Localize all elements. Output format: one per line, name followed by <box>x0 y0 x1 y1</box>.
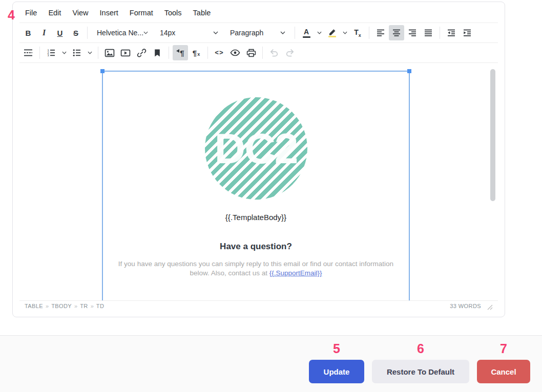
ltr-button[interactable]: ¶ <box>173 45 188 60</box>
printer-icon <box>246 49 256 57</box>
element-path-tr[interactable]: TR <box>80 303 88 309</box>
cancel-button[interactable]: Cancel <box>477 360 530 383</box>
outdent-icon <box>447 29 456 37</box>
page-break-icon <box>23 49 33 57</box>
template-body-token: {{.TemplateBody}} <box>103 213 409 222</box>
image-icon <box>105 49 115 57</box>
restore-default-button[interactable]: Restore To Default <box>372 360 469 383</box>
menu-file[interactable]: File <box>20 7 41 19</box>
path-separator: » <box>46 303 49 309</box>
element-path-table[interactable]: TABLE <box>25 303 43 309</box>
menu-format[interactable]: Format <box>125 7 158 19</box>
rtl-icon: ¶ x <box>193 49 200 57</box>
support-email-link[interactable]: {{.SupportEmail}} <box>269 269 322 277</box>
source-code-button[interactable]: <> <box>212 45 227 60</box>
path-separator: » <box>74 303 77 309</box>
clear-formatting-icon: Tx <box>354 28 361 38</box>
update-button[interactable]: Update <box>309 360 364 383</box>
annotation-step-7: 7 <box>500 342 507 355</box>
menu-view[interactable]: View <box>68 7 93 19</box>
font-size-select[interactable]: 14px <box>155 25 223 40</box>
undo-icon <box>269 49 279 57</box>
clear-formatting-button[interactable]: Tx <box>350 25 365 40</box>
insert-media-button[interactable] <box>118 45 133 60</box>
bold-button[interactable]: B <box>20 25 36 40</box>
highlight-color-button[interactable] <box>324 25 340 40</box>
editor-menubar: File Edit View Insert Format Tools Table <box>19 5 498 23</box>
bullet-list-menu-button[interactable] <box>85 45 94 60</box>
element-path-td[interactable]: TD <box>96 303 104 309</box>
editor-statusbar: TABLE » TBODY » TR » TD 33 WORDS <box>19 300 498 310</box>
toolbar-divider <box>262 47 263 59</box>
font-family-value: Helvetica Ne... <box>97 29 143 37</box>
italic-button[interactable]: I <box>36 25 52 40</box>
text-color-button[interactable]: A <box>299 25 314 40</box>
align-justify-icon <box>424 29 433 37</box>
restore-group: 6 Restore To Default <box>372 342 469 383</box>
redo-button[interactable] <box>282 45 298 60</box>
dc2-logo-image[interactable]: DC2 <box>205 97 307 200</box>
toolbar-row-1: B I U S Helvetica Ne... 14px Paragraph A <box>19 23 498 43</box>
scrollbar-thumb[interactable] <box>490 69 495 201</box>
align-left-icon <box>376 29 385 37</box>
word-count[interactable]: 33 WORDS <box>450 303 481 309</box>
editor-panel: File Edit View Insert Format Tools Table… <box>12 2 505 317</box>
bullet-list-button[interactable] <box>69 45 85 60</box>
path-separator: » <box>91 303 94 309</box>
element-path-tbody[interactable]: TBODY <box>51 303 72 309</box>
help-paragraph: If you have any questions you can simply… <box>103 259 409 278</box>
menu-insert[interactable]: Insert <box>95 7 123 19</box>
ordered-list-button[interactable]: 1 2 3 <box>44 45 59 60</box>
chevron-down-icon <box>62 51 67 54</box>
undo-button[interactable] <box>266 45 282 60</box>
highlight-color-bar <box>328 36 336 37</box>
indent-button[interactable] <box>460 25 475 40</box>
bold-icon: B <box>26 29 31 37</box>
insert-link-button[interactable] <box>134 45 149 60</box>
insert-image-button[interactable] <box>102 45 117 60</box>
align-justify-button[interactable] <box>421 25 436 40</box>
toolbar-divider <box>98 47 98 59</box>
bullet-list-icon <box>72 49 81 57</box>
chevron-down-icon <box>280 31 285 34</box>
menu-table[interactable]: Table <box>189 7 216 19</box>
cancel-group: 7 Cancel <box>477 342 530 383</box>
text-color-icon: A <box>303 28 310 38</box>
selected-table-cell[interactable]: DC2 {{.TemplateBody}} Have a question? I… <box>102 71 410 300</box>
selection-handle-topright[interactable] <box>407 69 411 73</box>
align-left-button[interactable] <box>373 25 388 40</box>
anchor-button[interactable] <box>150 45 165 60</box>
chevron-down-icon <box>213 31 218 34</box>
media-icon <box>120 49 131 57</box>
underline-button[interactable]: U <box>52 25 68 40</box>
text-color-menu-button[interactable] <box>315 25 324 40</box>
chevron-down-icon <box>317 31 322 34</box>
align-center-button[interactable] <box>389 25 404 40</box>
menu-edit[interactable]: Edit <box>44 7 66 19</box>
toolbar-divider <box>207 47 208 59</box>
element-path: TABLE » TBODY » TR » TD <box>25 303 104 309</box>
strikethrough-button[interactable]: S <box>68 25 84 40</box>
editor-canvas[interactable]: DC2 {{.TemplateBody}} Have a question? I… <box>19 63 498 300</box>
highlight-icon <box>328 29 336 37</box>
selection-handle-topleft[interactable] <box>100 69 105 73</box>
chevron-down-icon <box>143 31 148 34</box>
eye-icon <box>230 49 240 56</box>
resize-grip-icon[interactable] <box>487 304 493 310</box>
ordered-list-menu-button[interactable] <box>59 45 69 60</box>
highlight-color-menu-button[interactable] <box>340 25 349 40</box>
preview-button[interactable] <box>227 45 243 60</box>
toolbar-divider <box>39 47 40 59</box>
footer-bar: 5 Update 6 Restore To Default 7 Cancel <box>0 336 542 392</box>
outdent-button[interactable] <box>444 25 459 40</box>
rtl-button[interactable]: ¶ x <box>189 45 204 60</box>
help-line-2: below. Also, contact us at <box>190 269 269 277</box>
block-format-select[interactable]: Paragraph <box>225 25 290 40</box>
toolbar-divider <box>440 27 440 39</box>
print-button[interactable] <box>243 45 259 60</box>
link-icon <box>137 48 147 58</box>
align-right-button[interactable] <box>405 25 420 40</box>
font-family-select[interactable]: Helvetica Ne... <box>92 25 153 40</box>
page-break-button[interactable] <box>20 45 36 60</box>
menu-tools[interactable]: Tools <box>160 7 186 19</box>
